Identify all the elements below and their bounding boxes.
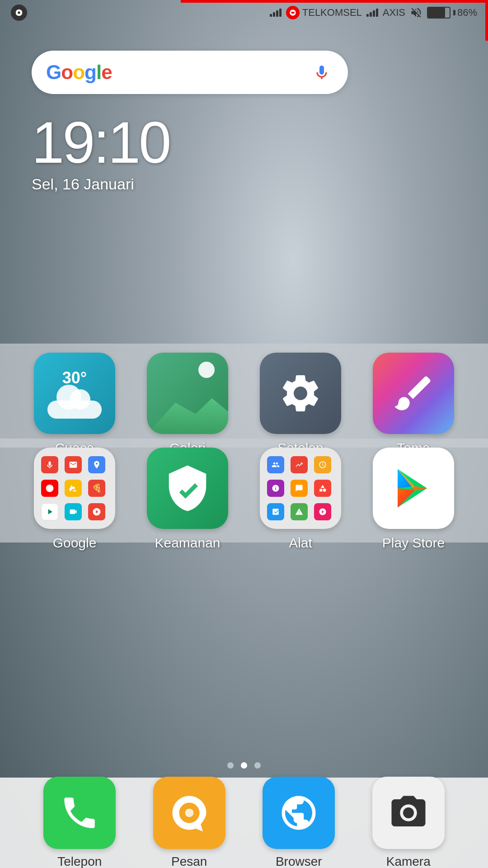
weather-inner: 30° (34, 364, 115, 423)
app-item-cuaca[interactable]: 30° Cuaca (25, 353, 124, 456)
dock-item-pesan[interactable]: Pesan (153, 777, 225, 868)
battery-fill (428, 8, 445, 18)
mini-icon-duo (65, 503, 82, 520)
cloud-puff2 (70, 389, 90, 410)
g-letter-g: G (46, 61, 61, 83)
mini-icon-a8 (291, 503, 308, 520)
g-letter-g2: g (84, 61, 96, 83)
playstore-svg (386, 461, 441, 515)
mini-icon-a2 (291, 456, 308, 473)
mini-icon-a7 (267, 503, 284, 520)
status-right: TELKOMSEL AXIS 86% (270, 6, 477, 19)
dock-item-kamera[interactable]: Kamera (372, 777, 445, 868)
dock-icon-phone (43, 777, 116, 849)
page-dots (227, 762, 261, 769)
theme-brush-svg (391, 371, 436, 416)
signal-bar (276, 10, 278, 17)
browser-svg (278, 793, 319, 833)
signal-bar (279, 9, 282, 17)
app-item-tema[interactable]: Tema (364, 353, 463, 456)
app-icon-tema (373, 353, 454, 434)
app-item-galeri[interactable]: Galeri (138, 353, 237, 456)
carrier-1-name: TELKOMSEL (302, 7, 362, 19)
weather-cloud (47, 389, 102, 419)
page-dot-3[interactable] (254, 762, 261, 769)
phone-svg (59, 793, 100, 833)
carrier-1: TELKOMSEL (286, 6, 362, 19)
mini-icon-a5 (291, 480, 308, 497)
battery-percent: 86% (457, 7, 477, 19)
mini-icon-a3 (314, 456, 331, 473)
page-dot-1[interactable] (227, 762, 234, 769)
dock-icon-message (153, 777, 225, 849)
settings-gear-svg (278, 371, 323, 416)
app-label-keamanan: Keamanan (155, 535, 220, 551)
mini-icon-a1 (267, 456, 284, 473)
app-icon-alat-folder (260, 448, 341, 529)
clock-date: Sel, 16 Januari (32, 175, 169, 193)
g-letter-l: l (96, 61, 101, 83)
app-icon-settings (260, 353, 341, 434)
app-label-google: Google (53, 535, 97, 551)
app-item-setelan[interactable]: Setelan (251, 353, 350, 456)
dock-item-telepon[interactable]: Telepon (43, 777, 116, 868)
app-item-google[interactable]: 🍕 Google (25, 448, 124, 551)
signal-bar (366, 14, 369, 17)
mini-icon-photos (88, 503, 105, 520)
svg-point-3 (323, 489, 326, 492)
telkomsel-logo (286, 6, 300, 19)
dock-item-browser[interactable]: Browser (263, 777, 335, 868)
gallery-inner (147, 353, 228, 434)
mini-icon-gmail (65, 456, 82, 473)
svg-point-5 (403, 807, 414, 818)
mute-icon (410, 6, 422, 19)
svg-point-1 (18, 11, 20, 14)
dock-label-browser: Browser (276, 854, 322, 868)
status-left (11, 5, 27, 21)
app-item-keamanan[interactable]: Keamanan (138, 448, 237, 551)
battery-container: 86% (427, 7, 477, 19)
app-icon-keamanan (147, 448, 228, 529)
signal-bar (373, 10, 375, 17)
time-display: 19:10 Sel, 16 Januari (32, 113, 169, 193)
dock-label-pesan: Pesan (171, 854, 207, 868)
clock-time: 19:10 (32, 113, 169, 172)
app-item-alat[interactable]: Alat (251, 448, 350, 551)
microphone-svg (313, 63, 331, 81)
dock-label-kamera: Kamera (386, 854, 431, 868)
mini-icon-youtube (41, 480, 58, 497)
signal-bar (273, 12, 275, 17)
app-icon-playstore (373, 448, 454, 529)
signal-bar (270, 14, 272, 17)
mini-icon-drive (65, 480, 82, 497)
g-letter-o2: o (73, 61, 84, 83)
mini-icon-a6 (314, 480, 331, 497)
weather-temp: 30° (62, 368, 87, 387)
g-letter-o1: o (61, 61, 73, 83)
gallery-sun (198, 362, 215, 378)
mini-icon-play (41, 503, 58, 520)
carrier-2-name: AXIS (383, 7, 405, 19)
google-search-bar[interactable]: Google (32, 51, 348, 94)
signal-bar (370, 12, 372, 17)
battery-tip (453, 10, 455, 15)
svg-point-4 (185, 809, 193, 817)
app-item-playstore[interactable]: Play Store (364, 448, 463, 551)
mini-icon-a4 (267, 480, 284, 497)
signal-bars-1 (270, 9, 282, 17)
app-icon-weather: 30° (34, 353, 115, 434)
mini-icon-a9 (314, 503, 331, 520)
app-row-2: 🍕 Google Keamanan (25, 448, 463, 551)
app-icon-google-folder: 🍕 (34, 448, 115, 529)
mic-icon[interactable] (310, 61, 333, 84)
camera-svg (388, 793, 429, 833)
google-logo: Google (46, 61, 112, 84)
signal-bar (376, 9, 378, 17)
g-letter-e: e (101, 61, 112, 83)
dock-label-telepon: Telepon (57, 854, 102, 868)
page-dot-2[interactable] (241, 762, 247, 769)
security-shield-svg (163, 463, 212, 513)
mini-icon-food: 🍕 (88, 480, 105, 497)
app-row-1: 30° Cuaca Galeri Setelan (25, 353, 463, 456)
dock: Telepon Pesan Browser Kamera (0, 778, 488, 868)
